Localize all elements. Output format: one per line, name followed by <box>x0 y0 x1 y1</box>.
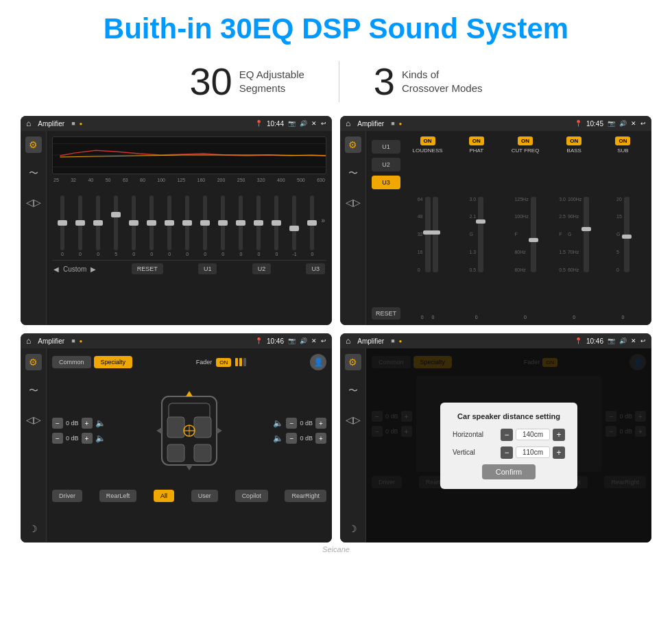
vertical-input: − 110cm + <box>501 446 565 459</box>
common-btn[interactable]: Common <box>52 356 91 368</box>
phat-on[interactable]: ON <box>469 136 484 145</box>
back-icon-2: ↩ <box>640 120 646 127</box>
reset-btn-2[interactable]: RESET <box>372 307 400 320</box>
camera-icon-4: 📷 <box>608 337 615 344</box>
u1-button-1[interactable]: U1 <box>198 263 217 274</box>
bass-on[interactable]: ON <box>566 136 581 145</box>
vertical-plus[interactable]: + <box>553 446 565 459</box>
eq-slider-6[interactable]: 0 <box>143 195 160 257</box>
sidebar-wave-icon-3[interactable]: 〜 <box>25 383 42 399</box>
user-btn[interactable]: User <box>191 490 218 502</box>
rear-right-btn[interactable]: RearRight <box>285 490 326 502</box>
sidebar-wave-icon-2[interactable]: 〜 <box>345 165 361 182</box>
screen-dialog: ⌂ Amplifier ■ ● 📍 10:46 📷 🔊 ✕ ↩ ⚙ 〜 ◁▷ ☽ <box>340 333 651 542</box>
sidebar-eq-icon-4[interactable]: ⚙ <box>345 354 361 370</box>
db-row-1: − 0 dB + 🔈 <box>52 418 106 429</box>
fader-control[interactable] <box>235 358 246 366</box>
page-title: Buith-in 30EQ DSP Sound System <box>0 12 672 45</box>
db-minus-4[interactable]: − <box>286 433 297 444</box>
sidebar-wave-icon[interactable]: 〜 <box>25 165 42 182</box>
sidebar-bt-icon-4[interactable]: ☽ <box>345 521 361 537</box>
stats-row: 30 EQ AdjustableSegments 3 Kinds ofCross… <box>0 52 672 116</box>
eq-slider-8[interactable]: 0 <box>178 195 196 257</box>
eq-slider-9[interactable]: 0 <box>196 195 214 257</box>
u3-btn[interactable]: U3 <box>372 176 400 189</box>
eq-slider-2[interactable]: 0 <box>71 195 89 257</box>
page-header: Buith-in 30EQ DSP Sound System <box>0 0 672 52</box>
eq-slider-3[interactable]: 0 <box>89 195 107 257</box>
sidebar-bt-icon-3[interactable]: ☽ <box>25 521 42 537</box>
channel-bass: ON BASS 3.02.5F1.50.5 100Hz90HzG70Hz60Hz <box>551 136 597 320</box>
crossover-channels: ON LOUDNESS 644832160 <box>405 136 646 320</box>
x-icon-1: ✕ <box>311 120 317 127</box>
sidebar-2: ⚙ 〜 ◁▷ <box>340 131 366 325</box>
prev-icon[interactable]: ◀ <box>53 265 59 273</box>
db-val-4: 0 dB <box>300 435 313 442</box>
db-plus-1[interactable]: + <box>82 418 93 429</box>
db-minus-2[interactable]: − <box>52 433 63 444</box>
specialty-btn[interactable]: Specialty <box>94 356 133 368</box>
screen4-time: 10:46 <box>586 337 603 345</box>
horizontal-plus[interactable]: + <box>553 429 565 441</box>
eq-slider-15[interactable]: 0 <box>303 195 321 257</box>
horizontal-minus[interactable]: − <box>501 429 513 441</box>
reset-button-1[interactable]: RESET <box>132 263 163 274</box>
eq-slider-10[interactable]: 0 <box>214 195 232 257</box>
eq-slider-7[interactable]: 0 <box>160 195 178 257</box>
eq-slider-13[interactable]: 0 <box>267 195 285 257</box>
db-plus-2[interactable]: + <box>82 433 93 444</box>
db-plus-4[interactable]: + <box>315 433 326 444</box>
dialog-vertical-row: Vertical − 110cm + <box>453 446 565 459</box>
confirm-button[interactable]: Confirm <box>482 464 536 479</box>
loudness-on[interactable]: ON <box>420 136 435 145</box>
eq-slider-12[interactable]: 0 <box>250 195 267 257</box>
screen3-title: Amplifier <box>38 337 64 345</box>
dot-icon-3: ● <box>80 338 83 344</box>
camera-icon-3: 📷 <box>288 337 296 344</box>
stat-eq-number: 30 <box>189 59 232 104</box>
copilot-btn[interactable]: Copilot <box>235 490 268 502</box>
dialog-overlay: Car speaker distance setting Horizontal … <box>366 348 651 542</box>
screen4-main: Common Specialty Fader ON 👤 −0 dB+ −0 dB… <box>366 348 651 542</box>
sidebar-vol-icon-4[interactable]: ◁▷ <box>345 412 361 428</box>
fader-on[interactable]: ON <box>216 358 231 367</box>
sidebar-eq-icon-2[interactable]: ⚙ <box>345 136 361 153</box>
u3-button-1[interactable]: U3 <box>306 263 325 274</box>
screen-speaker: ⌂ Amplifier ■ ● 📍 10:46 📷 🔊 ✕ ↩ ⚙ 〜 ◁▷ ☽ <box>21 333 332 542</box>
sidebar-wave-icon-4[interactable]: 〜 <box>345 383 361 399</box>
u2-btn[interactable]: U2 <box>372 158 400 171</box>
screen1-main: 25 32 40 50 63 80 100 125 160 200 250 32… <box>47 131 332 325</box>
all-btn[interactable]: All <box>154 490 174 502</box>
sub-on[interactable]: ON <box>615 136 630 145</box>
db-minus-1[interactable]: − <box>52 418 63 429</box>
eq-slider-11[interactable]: 0 <box>232 195 250 257</box>
vertical-minus[interactable]: − <box>501 446 513 459</box>
sidebar-eq-icon-3[interactable]: ⚙ <box>25 354 42 370</box>
driver-btn[interactable]: Driver <box>52 490 82 502</box>
sidebar-eq-icon[interactable]: ⚙ <box>25 136 42 153</box>
u2-button-1[interactable]: U2 <box>252 263 272 274</box>
rear-left-btn[interactable]: RearLeft <box>99 490 137 502</box>
db-minus-3[interactable]: − <box>286 418 297 429</box>
preset-label: Custom <box>63 265 86 273</box>
eq-slider-5[interactable]: 0 <box>125 195 143 257</box>
eq-chart <box>52 136 326 174</box>
db-plus-3[interactable]: + <box>315 418 326 429</box>
sidebar-vol-icon-2[interactable]: ◁▷ <box>345 194 361 211</box>
svg-marker-12 <box>186 391 193 396</box>
eq-slider-4[interactable]: 5 <box>107 195 125 257</box>
dot-icon-4: ● <box>399 338 403 344</box>
pin-icon-3: 📍 <box>255 337 263 344</box>
record-icon-3: ■ <box>71 337 75 344</box>
eq-slider-14[interactable]: -1 <box>285 195 303 257</box>
u1-btn[interactable]: U1 <box>372 140 400 154</box>
sidebar-vol-icon[interactable]: ◁▷ <box>25 194 42 211</box>
cutfreq-on[interactable]: ON <box>518 136 533 145</box>
play-icon[interactable]: ▶ <box>91 265 96 273</box>
sidebar-vol-icon-3[interactable]: ◁▷ <box>25 412 42 428</box>
eq-slider-1[interactable]: 0 <box>53 195 71 257</box>
screen3-time: 10:46 <box>267 337 284 345</box>
sidebar-4: ⚙ 〜 ◁▷ ☽ <box>340 348 366 542</box>
dialog-horizontal-row: Horizontal − 140cm + <box>453 429 565 441</box>
dot-icon-1: ● <box>80 121 83 127</box>
